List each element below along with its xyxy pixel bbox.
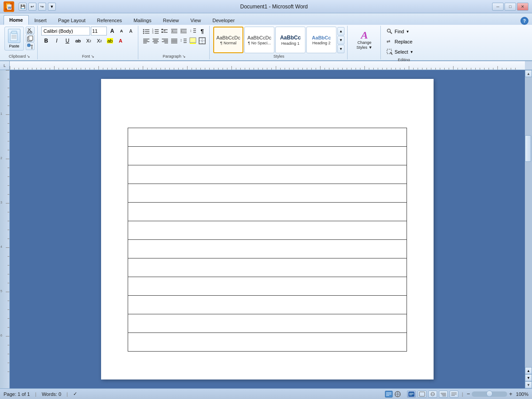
select-button[interactable]: Select ▼ bbox=[384, 47, 416, 57]
scroll-up-arrow[interactable]: ▲ bbox=[525, 70, 532, 77]
table-row[interactable] bbox=[128, 258, 407, 277]
tab-home[interactable]: Home bbox=[4, 15, 29, 25]
style-heading2[interactable]: AaBbCc Heading 2 bbox=[306, 27, 336, 53]
table-cell[interactable] bbox=[128, 333, 407, 352]
minimize-button[interactable]: ─ bbox=[492, 3, 504, 11]
zoom-thumb[interactable] bbox=[486, 391, 493, 397]
table-row[interactable] bbox=[128, 277, 407, 296]
outline-view-button[interactable] bbox=[439, 391, 448, 398]
table-row[interactable] bbox=[128, 184, 407, 203]
shading-button[interactable] bbox=[188, 36, 197, 45]
grow-font-button[interactable]: A bbox=[108, 27, 117, 35]
table-cell[interactable] bbox=[128, 296, 407, 314]
align-center-button[interactable] bbox=[151, 36, 160, 45]
font-size-input[interactable] bbox=[91, 27, 107, 35]
change-styles-button[interactable]: A ChangeStyles ▼ bbox=[351, 29, 378, 51]
font-color-button[interactable]: A bbox=[116, 36, 125, 45]
zoom-out-button[interactable]: − bbox=[467, 391, 470, 397]
table-row[interactable] bbox=[128, 128, 407, 147]
style-heading1[interactable]: AaBbCc Heading 1 bbox=[275, 27, 305, 53]
restore-button[interactable]: □ bbox=[505, 3, 516, 11]
zoom-slider[interactable] bbox=[472, 391, 507, 397]
italic-button[interactable]: I bbox=[52, 36, 62, 45]
document-table[interactable] bbox=[128, 128, 407, 352]
scroll-down-arrow[interactable]: ▼ bbox=[525, 381, 532, 388]
style-scroll-up-button[interactable]: ▲ bbox=[337, 27, 344, 35]
table-row[interactable] bbox=[128, 147, 407, 165]
tab-references[interactable]: References bbox=[91, 15, 128, 25]
cut-button[interactable] bbox=[26, 27, 35, 34]
table-row[interactable] bbox=[128, 314, 407, 333]
find-button[interactable]: Find ▼ bbox=[384, 27, 411, 36]
borders-button[interactable] bbox=[198, 36, 207, 45]
numbered-list-button[interactable]: 1. 2. 3. bbox=[151, 27, 160, 35]
print-layout-view-button[interactable] bbox=[407, 391, 416, 398]
style-scroll-down-button[interactable]: ▼ bbox=[337, 36, 344, 44]
table-cell[interactable] bbox=[128, 258, 407, 277]
tab-review[interactable]: Review bbox=[157, 15, 184, 25]
web-layout-view-button[interactable] bbox=[428, 391, 437, 398]
style-no-spacing[interactable]: AaBbCcDc ¶ No Spaci... bbox=[244, 27, 274, 53]
document-area[interactable] bbox=[10, 70, 525, 388]
format-painter-button[interactable] bbox=[26, 43, 35, 50]
draft-view-button[interactable] bbox=[450, 391, 458, 398]
subscript-button[interactable]: X2 bbox=[84, 36, 94, 45]
table-cell[interactable] bbox=[128, 184, 407, 203]
scroll-size-btn-1[interactable]: ▲ bbox=[525, 367, 532, 374]
customize-qat-button[interactable]: ▼ bbox=[48, 3, 56, 11]
align-right-button[interactable] bbox=[160, 36, 169, 45]
superscript-button[interactable]: X2 bbox=[94, 36, 104, 45]
table-cell[interactable] bbox=[128, 128, 407, 147]
close-button[interactable]: ✕ bbox=[517, 3, 528, 11]
scroll-track[interactable] bbox=[525, 77, 532, 367]
redo-button[interactable]: ↪ bbox=[38, 3, 46, 11]
font-expand-icon[interactable]: ↘ bbox=[91, 54, 94, 59]
text-highlight-button[interactable]: ab bbox=[105, 36, 115, 45]
bold-button[interactable]: B bbox=[41, 36, 51, 45]
table-row[interactable] bbox=[128, 203, 407, 221]
table-row[interactable] bbox=[128, 165, 407, 184]
table-cell[interactable] bbox=[128, 147, 407, 165]
copy-button[interactable] bbox=[26, 35, 35, 42]
table-row[interactable] bbox=[128, 333, 407, 352]
table-cell[interactable] bbox=[128, 314, 407, 333]
line-spacing-button[interactable]: ↕ bbox=[179, 36, 188, 45]
zoom-in-button[interactable]: + bbox=[509, 391, 512, 397]
bullet-list-button[interactable] bbox=[142, 27, 151, 35]
align-left-button[interactable] bbox=[142, 36, 151, 45]
paragraph-expand-icon[interactable]: ↘ bbox=[182, 54, 186, 59]
tab-view[interactable]: View bbox=[185, 15, 207, 25]
replace-button[interactable]: ⇄ Replace bbox=[384, 37, 415, 47]
multilevel-list-button[interactable] bbox=[160, 27, 169, 35]
undo-button[interactable]: ↩ bbox=[28, 3, 36, 11]
decrease-indent-button[interactable] bbox=[170, 27, 179, 35]
table-cell[interactable] bbox=[128, 203, 407, 221]
tab-insert[interactable]: Insert bbox=[29, 15, 53, 25]
scroll-thumb[interactable] bbox=[525, 135, 531, 162]
justify-button[interactable] bbox=[170, 36, 179, 45]
table-row[interactable] bbox=[128, 240, 407, 258]
tab-developer[interactable]: Developer bbox=[207, 15, 240, 25]
table-cell[interactable] bbox=[128, 277, 407, 296]
shrink-font-button[interactable]: A bbox=[117, 27, 126, 35]
strikethrough-button[interactable]: ab bbox=[73, 36, 83, 45]
table-row[interactable] bbox=[128, 296, 407, 314]
office-logo[interactable]: W bbox=[4, 1, 14, 12]
tab-mailings[interactable]: Mailings bbox=[128, 15, 157, 25]
table-cell[interactable] bbox=[128, 221, 407, 240]
tab-page-layout[interactable]: Page Layout bbox=[52, 15, 91, 25]
clear-formatting-button[interactable]: A bbox=[126, 27, 135, 35]
font-family-input[interactable] bbox=[41, 27, 90, 35]
table-cell[interactable] bbox=[128, 165, 407, 184]
help-icon[interactable]: ? bbox=[520, 17, 528, 25]
table-row[interactable] bbox=[128, 221, 407, 240]
scroll-size-btn-2[interactable]: ▼ bbox=[525, 374, 532, 381]
style-normal[interactable]: AaBbCcDc ¶ Normal bbox=[213, 27, 243, 53]
vertical-scrollbar[interactable]: ▲ ▲ ▼ ▼ bbox=[525, 70, 532, 388]
style-more-button[interactable]: ▼ bbox=[337, 45, 344, 53]
spelling-check-icon[interactable]: ✓ bbox=[73, 391, 77, 397]
document-page[interactable] bbox=[101, 79, 434, 379]
full-screen-view-button[interactable] bbox=[418, 391, 426, 398]
table-cell[interactable] bbox=[128, 240, 407, 258]
paste-button[interactable]: Paste bbox=[4, 27, 24, 51]
